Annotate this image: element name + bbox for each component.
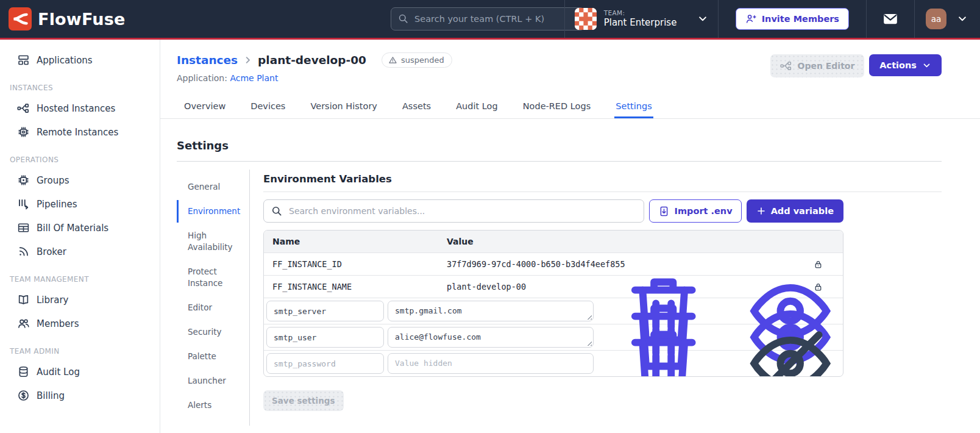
chevron-down-icon — [957, 13, 968, 24]
sidebar-item-library[interactable]: Library — [0, 288, 160, 312]
sidebar-item-members[interactable]: Members — [0, 312, 160, 335]
breadcrumb: Instances plant-develop-00 suspended — [177, 52, 452, 68]
env-var-name-input[interactable] — [266, 353, 384, 374]
open-editor-label: Open Editor — [798, 61, 855, 71]
chevron-down-icon — [697, 13, 708, 24]
trash-icon — [606, 318, 722, 377]
settings-nav-palette[interactable]: Palette — [177, 345, 243, 368]
delete-variable-button[interactable] — [597, 318, 713, 377]
main-content: Instances plant-develop-00 suspended App… — [160, 40, 980, 433]
sidebar-item-label: Broker — [37, 246, 66, 257]
status-badge-label: suspended — [401, 55, 444, 65]
application-label: Application: — [177, 73, 227, 83]
sidebar-item-label: Groups — [37, 175, 69, 186]
toggle-visibility-button[interactable] — [716, 318, 836, 377]
sidebar-item-label: Billing — [37, 390, 65, 401]
save-settings-button[interactable]: Save settings — [263, 390, 344, 411]
tab-version-history[interactable]: Version History — [309, 95, 378, 118]
env-variables-heading: Environment Variables — [263, 173, 942, 192]
team-avatar — [575, 8, 597, 30]
env-var-value-input[interactable] — [388, 353, 594, 374]
env-var-value-input[interactable]: smtp.gmail.com — [388, 301, 594, 321]
env-search — [263, 199, 644, 223]
chevron-down-icon — [922, 61, 931, 70]
settings-nav-editor[interactable]: Editor — [177, 296, 243, 319]
user-plus-icon — [745, 13, 756, 24]
sidebar: Applications INSTANCES Hosted Instances … — [0, 40, 160, 433]
audit-log-icon — [17, 365, 30, 378]
sidebar-item-label: Remote Instances — [37, 127, 118, 138]
sidebar-item-label: Hosted Instances — [37, 103, 115, 114]
tab-node-red-logs[interactable]: Node-RED Logs — [522, 95, 592, 118]
top-navbar: FlowFuse TEAM: Plant Enterprise Invite M… — [0, 0, 980, 40]
sidebar-item-groups[interactable]: Groups — [0, 168, 160, 192]
sidebar-item-remote-instances[interactable]: Remote Instances — [0, 120, 160, 144]
actions-button[interactable]: Actions — [869, 54, 942, 76]
table-row — [264, 350, 843, 376]
hosted-instances-icon — [17, 102, 30, 115]
sidebar-item-label: Pipelines — [37, 199, 77, 210]
settings-nav-environment[interactable]: Environment — [177, 200, 243, 223]
tab-devices[interactable]: Devices — [249, 95, 286, 118]
brand[interactable]: FlowFuse — [9, 7, 126, 30]
settings-nav-protect-instance[interactable]: Protect Instance — [177, 260, 243, 295]
actions-label: Actions — [879, 60, 917, 70]
status-badge: suspended — [382, 52, 452, 68]
settings-subnav: General Environment High Availability Pr… — [177, 170, 250, 426]
application-line: Application: Acme Plant — [177, 73, 452, 83]
env-search-input[interactable] — [263, 199, 644, 223]
tab-assets[interactable]: Assets — [401, 95, 432, 118]
env-var-name-input[interactable] — [266, 301, 384, 321]
open-editor-button[interactable]: Open Editor — [770, 54, 865, 77]
application-link[interactable]: Acme Plant — [230, 73, 278, 83]
env-var-name-input[interactable] — [266, 327, 384, 348]
breadcrumb-instances-link[interactable]: Instances — [177, 54, 238, 66]
notifications-button[interactable] — [866, 0, 914, 38]
settings-nav-alerts[interactable]: Alerts — [177, 394, 243, 417]
user-menu[interactable]: aa — [914, 0, 980, 38]
sidebar-item-audit-log[interactable]: Audit Log — [0, 360, 160, 384]
team-selector[interactable]: TEAM: Plant Enterprise — [564, 0, 718, 38]
table-header: Name Value — [264, 231, 843, 252]
team-label: TEAM: — [604, 9, 677, 17]
search-icon — [271, 205, 283, 217]
sidebar-item-hosted-instances[interactable]: Hosted Instances — [0, 96, 160, 120]
sidebar-item-label: Members — [37, 318, 79, 329]
warning-icon — [388, 55, 397, 65]
settings-nav-high-availability[interactable]: High Availability — [177, 224, 243, 259]
add-variable-button[interactable]: Add variable — [747, 199, 843, 223]
column-header-name: Name — [264, 237, 447, 246]
settings-nav-security[interactable]: Security — [177, 321, 243, 343]
search-icon — [397, 13, 409, 24]
team-name: Plant Enterprise — [604, 17, 677, 29]
sidebar-item-label: Library — [37, 295, 68, 306]
tab-audit-log[interactable]: Audit Log — [455, 95, 499, 118]
bill-of-materials-icon — [17, 221, 30, 234]
sidebar-item-label: Bill Of Materials — [37, 223, 108, 234]
chevron-right-icon — [243, 55, 252, 65]
sidebar-item-bill-of-materials[interactable]: Bill Of Materials — [0, 216, 160, 240]
import-env-button[interactable]: Import .env — [649, 199, 742, 223]
user-avatar: aa — [926, 9, 946, 29]
env-var-name: FF_INSTANCE_ID — [264, 259, 447, 269]
invite-members-button[interactable]: Invite Members — [736, 8, 849, 30]
add-variable-label: Add variable — [771, 206, 834, 216]
remote-instances-icon — [17, 126, 30, 138]
sidebar-section-team-management: TEAM MANAGEMENT — [0, 263, 160, 288]
instance-name: plant-develop-00 — [258, 54, 366, 66]
sidebar-item-label: Audit Log — [37, 367, 80, 378]
sidebar-item-billing[interactable]: Billing — [0, 384, 160, 407]
tab-overview[interactable]: Overview — [183, 95, 227, 118]
tab-settings[interactable]: Settings — [614, 95, 653, 118]
sidebar-item-broker[interactable]: Broker — [0, 240, 160, 263]
invite-members-label: Invite Members — [762, 14, 839, 24]
document-import-icon — [658, 206, 670, 217]
team-search-input[interactable] — [391, 7, 584, 30]
env-var-value-input[interactable]: alice@flowfuse.com — [388, 327, 594, 348]
sidebar-item-pipelines[interactable]: Pipelines — [0, 192, 160, 216]
sidebar-item-applications[interactable]: Applications — [0, 48, 160, 72]
settings-title: Settings — [160, 119, 980, 152]
settings-nav-launcher[interactable]: Launcher — [177, 370, 243, 392]
broker-icon — [17, 245, 30, 258]
settings-nav-general[interactable]: General — [177, 176, 243, 198]
